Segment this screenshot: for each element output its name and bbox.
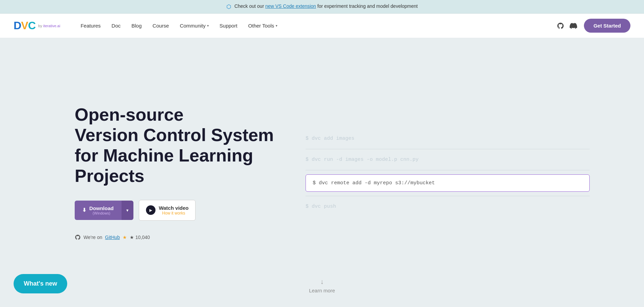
hero-buttons: ⬇ Download (Windows) ▾ ▶ Watch video How… (75, 200, 278, 221)
terminal-line-4: $ dvc push (306, 200, 590, 213)
learn-more-arrow-icon: ↓ (320, 278, 324, 286)
learn-more-label: Learn more (309, 288, 335, 293)
download-button-group: ⬇ Download (Windows) ▾ (75, 201, 133, 220)
github-link[interactable]: GitHub (105, 235, 120, 240)
terminal-separator-3 (306, 196, 590, 196)
terminal-separator-1 (306, 149, 590, 149)
nav-other-tools-label: Other Tools (248, 23, 274, 29)
github-icon-button[interactable] (557, 22, 564, 30)
learn-more-area[interactable]: ↓ Learn more (309, 278, 335, 293)
terminal-line-3-active: $ dvc remote add -d myrepo s3://mybucket (306, 174, 590, 192)
watch-label: Watch video (159, 205, 189, 211)
get-started-button[interactable]: Get Started (584, 19, 630, 33)
logo-d: D (14, 19, 21, 32)
terminal-separator-2 (306, 170, 590, 170)
nav-other-tools[interactable]: Other Tools ▾ (248, 23, 277, 29)
download-icon: ⬇ (82, 207, 87, 213)
download-dropdown-button[interactable]: ▾ (121, 201, 133, 220)
vscode-icon: ⬡ (226, 4, 231, 10)
download-text: Download (Windows) (89, 205, 114, 215)
nav-course[interactable]: Course (152, 23, 169, 29)
download-button[interactable]: ⬇ Download (Windows) (75, 201, 121, 220)
download-sub: (Windows) (89, 211, 114, 215)
banner-text-after: for experiment tracking and model develo… (316, 3, 418, 9)
community-dropdown-arrow: ▾ (207, 24, 209, 28)
logo-v: V (21, 19, 28, 32)
logo-link[interactable]: DVC by iterative.ai (14, 19, 60, 32)
github-text: We're on (84, 235, 102, 240)
github-small-icon (75, 234, 81, 240)
whats-new-button[interactable]: What's new (14, 274, 67, 293)
nav-icons (557, 22, 577, 30)
watch-text: Watch video How it works (159, 205, 189, 216)
hero-title-line1: Open-source (75, 105, 184, 124)
hero-left: Open-source Version Control System for M… (75, 105, 278, 240)
whats-new-bar: What's new (14, 274, 67, 293)
nav-links: Features Doc Blog Course Community ▾ Sup… (80, 23, 550, 29)
navbar: DVC by iterative.ai Features Doc Blog Co… (0, 14, 644, 38)
logo-c: C (28, 19, 35, 32)
logo-dvc: DVC (14, 19, 36, 32)
hero-right: $ dvc add images $ dvc run -d images -o … (278, 132, 590, 213)
nav-community-label: Community (180, 23, 206, 29)
terminal-line-1: $ dvc add images (306, 132, 590, 145)
logo-iterative: iterative.ai (43, 24, 60, 28)
nav-community[interactable]: Community ▾ (180, 23, 209, 29)
other-tools-dropdown-arrow: ▾ (276, 24, 277, 28)
nav-features[interactable]: Features (80, 23, 100, 29)
hero-title: Open-source Version Control System for M… (75, 105, 278, 186)
hero-title-line3: for Machine Learning Projects (75, 146, 253, 186)
play-icon: ▶ (146, 205, 155, 215)
vscode-extension-link[interactable]: new VS Code extension (265, 3, 316, 9)
download-label: Download (89, 205, 114, 211)
nav-support[interactable]: Support (220, 23, 238, 29)
watch-sub: How it works (159, 211, 189, 216)
star-icon: ★ (123, 235, 127, 240)
github-info: We're on GitHub ★ ★ 10,040 (75, 234, 278, 240)
logo-by-area: by iterative.ai (38, 24, 60, 28)
hero-title-line2: Version Control System (75, 125, 274, 145)
top-banner: ⬡ Check out our new VS Code extension fo… (0, 0, 644, 14)
banner-text-before: Check out our (234, 3, 265, 9)
terminal-line-2: $ dvc run -d images -o model.p cnn.py (306, 153, 590, 166)
logo-by-text: by iterative.ai (38, 24, 60, 28)
watch-video-button[interactable]: ▶ Watch video How it works (139, 200, 196, 221)
discord-icon-button[interactable] (570, 22, 577, 30)
nav-blog[interactable]: Blog (131, 23, 142, 29)
hero-section: Open-source Version Control System for M… (0, 38, 644, 307)
nav-doc[interactable]: Doc (112, 23, 121, 29)
github-stars: ★ 10,040 (130, 235, 150, 240)
